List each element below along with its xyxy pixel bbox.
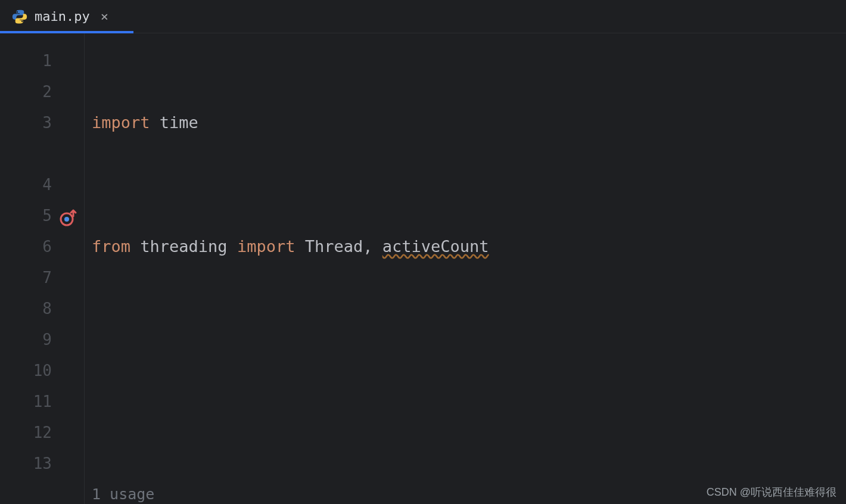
line-number[interactable]: 2 [0,76,84,107]
line-number[interactable]: 4 [0,169,84,200]
python-file-icon [12,9,27,24]
close-icon[interactable]: × [97,9,108,24]
identifier: Thread [305,237,363,256]
code-line[interactable]: from threading import Thread, activeCoun… [85,231,846,262]
keyword: import [237,237,296,256]
code-area[interactable]: import time from threading import Thread… [85,33,846,504]
identifier: threading [140,237,227,256]
identifier: time [160,113,198,132]
line-number[interactable]: 13 [0,448,84,479]
keyword: from [92,237,130,256]
line-number[interactable]: 8 [0,293,84,324]
code-line[interactable]: import time [85,107,846,138]
line-number[interactable]: 7 [0,262,84,293]
punct: , [363,237,382,256]
gutter: 1 2 3 4 5 6 7 8 9 10 11 12 13 [0,33,85,504]
code-line[interactable] [85,355,846,386]
svg-point-1 [64,217,69,222]
code-editor[interactable]: 1 2 3 4 5 6 7 8 9 10 11 12 13 import tim… [0,33,846,504]
identifier-warning: activeCount [382,237,489,256]
watermark: CSDN @听说西佳佳难得很 [707,485,836,499]
tab-filename: main.py [35,9,90,24]
line-number[interactable]: 10 [0,355,84,386]
line-number[interactable]: 12 [0,417,84,448]
line-number[interactable]: 6 [0,231,84,262]
tab-main-py[interactable]: main.py × [8,3,117,30]
line-number[interactable]: 11 [0,386,84,417]
line-number[interactable]: 9 [0,324,84,355]
gutter-spacer [0,138,84,169]
run-target-icon[interactable] [59,206,78,225]
line-number[interactable]: 3 [0,107,84,138]
tab-bar: main.py × [0,0,846,33]
keyword: import [92,113,150,132]
line-number[interactable]: 1 [0,45,84,76]
line-number[interactable]: 5 [0,200,84,231]
line-number-text: 5 [42,207,52,225]
